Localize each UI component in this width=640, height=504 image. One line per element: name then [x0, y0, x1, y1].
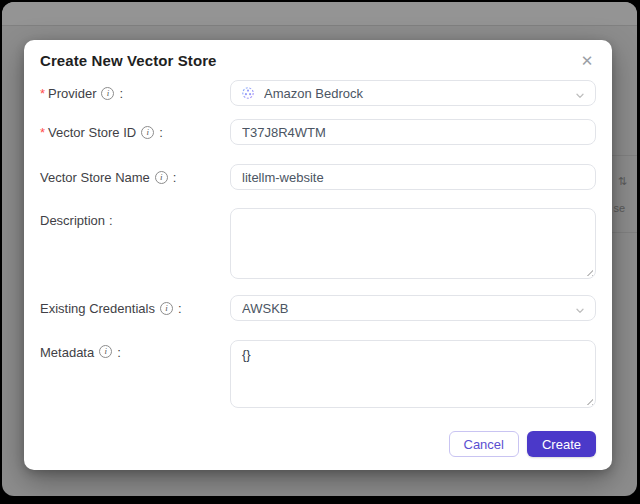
vector-store-name-input[interactable] — [230, 164, 596, 190]
form-row-vector-store-id: * Vector Store ID i : — [40, 119, 596, 145]
existing-credentials-select[interactable]: AWSKB — [230, 295, 596, 321]
metadata-label: Metadata i : — [40, 340, 230, 408]
description-label-text: Description — [40, 213, 105, 228]
modal-title: Create New Vector Store — [40, 52, 217, 69]
create-vector-store-modal: Create New Vector Store ✕ * Provider i : — [24, 40, 612, 470]
provider-select[interactable]: Amazon Bedrock — [230, 80, 596, 106]
vector-store-id-input[interactable] — [230, 119, 596, 145]
provider-label: * Provider i : — [40, 80, 230, 106]
label-colon: : — [178, 301, 182, 316]
create-button[interactable]: Create — [527, 431, 596, 457]
existing-credentials-label-text: Existing Credentials — [40, 301, 155, 316]
info-icon[interactable]: i — [101, 87, 114, 100]
info-icon[interactable]: i — [141, 126, 154, 139]
form-row-description: Description : — [40, 208, 596, 279]
form-row-existing-credentials: Existing Credentials i : AWSKB — [40, 295, 596, 321]
modal-footer: Cancel Create — [449, 431, 597, 457]
required-marker: * — [40, 125, 45, 140]
description-textarea[interactable] — [230, 208, 596, 279]
metadata-textarea[interactable]: {} — [230, 340, 596, 408]
description-label: Description : — [40, 208, 230, 279]
background-page-header — [2, 2, 637, 26]
info-icon[interactable]: i — [99, 345, 112, 358]
chevron-down-icon — [575, 304, 585, 319]
background-truncated-text: se — [613, 202, 625, 214]
label-colon: : — [119, 86, 123, 101]
vector-store-name-label-text: Vector Store Name — [40, 170, 150, 185]
sort-icon: ⇅ — [618, 175, 627, 188]
label-colon: : — [159, 125, 163, 140]
form-row-provider: * Provider i : — [40, 80, 596, 106]
provider-selected-value: Amazon Bedrock — [264, 86, 584, 101]
chevron-down-icon — [575, 89, 585, 104]
info-icon[interactable]: i — [155, 171, 168, 184]
existing-credentials-label: Existing Credentials i : — [40, 295, 230, 321]
dimmed-page-overlay: ⇅ se Create New Vector Store ✕ * Provide… — [2, 2, 637, 496]
cancel-button[interactable]: Cancel — [449, 431, 519, 457]
info-icon[interactable]: i — [160, 302, 173, 315]
required-marker: * — [40, 86, 45, 101]
close-icon[interactable]: ✕ — [576, 50, 598, 72]
label-colon: : — [109, 213, 113, 228]
form-row-metadata: Metadata i : {} — [40, 340, 596, 408]
label-colon: : — [117, 345, 121, 360]
vector-store-id-label-text: Vector Store ID — [48, 125, 136, 140]
form-row-vector-store-name: Vector Store Name i : — [40, 164, 596, 190]
amazon-bedrock-icon — [240, 85, 256, 101]
existing-credentials-selected-value: AWSKB — [242, 301, 584, 316]
vector-store-name-label: Vector Store Name i : — [40, 164, 230, 190]
provider-label-text: Provider — [48, 86, 96, 101]
metadata-label-text: Metadata — [40, 345, 94, 360]
label-colon: : — [173, 170, 177, 185]
vector-store-id-label: * Vector Store ID i : — [40, 119, 230, 145]
